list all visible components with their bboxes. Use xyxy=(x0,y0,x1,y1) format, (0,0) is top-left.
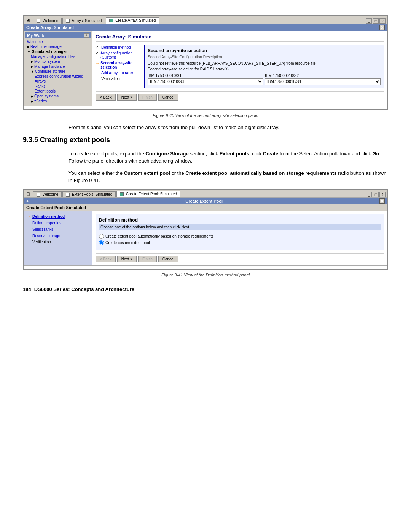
help-button[interactable]: ? xyxy=(379,18,386,24)
body-text-3: You can select either the Custom extent … xyxy=(23,169,388,184)
sidebar41-link-ranks[interactable]: Select ranks xyxy=(32,227,89,232)
arrow-icon-def41: → xyxy=(27,214,32,219)
wizard-layout: ✓ Definition method ✓ Array configuratio… xyxy=(96,45,384,88)
array-select-s1[interactable]: IBM.1750-00010/S3 IBM.1750-00010/S1 IBM.… xyxy=(148,78,263,85)
figure41-frame: 🖥 Welcome Extent Pools: Simulated Create… xyxy=(24,190,387,266)
figure40-tabbar: 🖥 Welcome Arrays: Simulated Create Array… xyxy=(24,16,387,24)
step-link-addarrays[interactable]: Add arrays to ranks xyxy=(101,71,134,75)
check-icon-arrayconfig: ✓ xyxy=(96,51,99,55)
sidebar-configure-storage: ▼ Configure storage xyxy=(27,69,89,74)
back-button-41[interactable]: < Back xyxy=(96,256,116,262)
sidebar-link-express[interactable]: Express configuration wizard xyxy=(35,74,89,79)
radio-options: Create extent pool automatically based o… xyxy=(99,234,381,245)
sidebar-link-realtime[interactable]: Real-time manager xyxy=(30,44,63,49)
tab-arrays-simulated[interactable]: Arrays: Simulated xyxy=(62,18,105,24)
sidebar-zseries: ▶ zSeries xyxy=(27,99,89,104)
inner-titlebar-41: + Create Extent Pool ✕ xyxy=(24,198,387,204)
figure40-caption: Figure 9-40 View of the second array-sit… xyxy=(23,113,388,118)
step-label-secondarray: Second array-site selection xyxy=(100,61,141,69)
array-cell-s2: IBM.1750-00010/S2 IBM.1750-00010/S4 IBM.… xyxy=(265,73,381,85)
tab-icon41-create xyxy=(120,192,124,196)
sidebar-link-extentpools[interactable]: Extent pools xyxy=(35,89,89,94)
finish-button-41[interactable]: Finish xyxy=(138,256,157,262)
arrow-icon-managehw: ▶ xyxy=(31,65,33,69)
sidebar41-link-reserve[interactable]: Reserve storage xyxy=(32,233,89,238)
check-icon-definition: ✓ xyxy=(96,45,100,50)
tab-create-array[interactable]: Create Array: Simulated xyxy=(106,17,159,24)
sidebar-express: Express configuration wizard xyxy=(27,74,89,79)
figure40-main: Create Array: Simulated ✓ Definition met… xyxy=(92,31,387,106)
app-icon: 🖥 xyxy=(25,18,31,24)
figure41-window: 🖥 Welcome Extent Pools: Simulated Create… xyxy=(23,189,388,270)
back-button[interactable]: < Back xyxy=(96,94,116,101)
step-link-arrayconfig[interactable]: Array configuration (Custom) xyxy=(100,51,141,59)
array-grid: IBM.1750-00010/S1 IBM.1750-00010/S3 IBM.… xyxy=(148,73,381,85)
sidebar-link-managehw[interactable]: Manage hardware xyxy=(34,64,65,69)
radio-auto[interactable] xyxy=(99,234,104,239)
figure41-body: → Definition method Define properties Se… xyxy=(24,211,387,265)
figure41-sidebar: → Definition method Define properties Se… xyxy=(24,211,92,265)
sidebar-expand-btn[interactable]: + xyxy=(84,33,89,38)
sidebar41-step-properties: Define properties xyxy=(27,220,89,226)
check-icon-verification xyxy=(96,77,100,81)
page-subtitle: DS6000 Series: Concepts and Architecture xyxy=(34,286,134,292)
array-select-s2[interactable]: IBM.1750-00010/S4 IBM.1750-00010/S1 IBM.… xyxy=(265,78,381,85)
tab41-extentpools[interactable]: Extent Pools: Simulated xyxy=(62,191,116,197)
array-label-s1: IBM.1750-00010/S1 xyxy=(148,73,263,78)
restore-button[interactable]: ◻ xyxy=(373,18,379,24)
tab41-welcome[interactable]: Welcome xyxy=(33,191,62,197)
tab41-create[interactable]: Create Extent Pool: Simulated xyxy=(116,191,180,197)
sidebar-manage-hw: ▶ Manage hardware xyxy=(27,64,89,69)
arrow-icon-secondarray: → xyxy=(96,61,99,65)
page-num-bar: 184 DS6000 Series: Concepts and Architec… xyxy=(23,283,388,295)
step-link-definition[interactable]: Definition method xyxy=(101,45,131,50)
cancel-button[interactable]: Cancel xyxy=(158,94,178,101)
tab-icon-welcome xyxy=(37,19,40,23)
sidebar41-link-properties[interactable]: Define properties xyxy=(32,220,89,225)
finish-button[interactable]: Finish xyxy=(138,94,157,101)
sidebar-link-configure[interactable]: Configure storage xyxy=(35,69,65,74)
check-icon-addarrays xyxy=(96,71,100,75)
close-button-41[interactable]: ✕ xyxy=(379,198,385,204)
wizard-step-definition: ✓ Definition method xyxy=(96,45,141,50)
inner-titlebar: Create Array: Simulated ✕ xyxy=(24,24,387,31)
array-cell-s1: IBM.1750-00010/S1 IBM.1750-00010/S3 IBM.… xyxy=(148,73,263,85)
sidebar-manage-config: Manage configuration files xyxy=(27,54,89,59)
minimize-button[interactable]: _ xyxy=(366,18,372,24)
tab-icon-arrays xyxy=(66,19,70,23)
panel-section-label: Second array-site selection for RAID 51 … xyxy=(148,67,381,71)
body-text-1: From this panel you can select the array… xyxy=(23,124,388,131)
next-button-41[interactable]: Next > xyxy=(117,256,137,262)
tab-icon41-extentpools xyxy=(66,193,70,197)
cancel-button-41[interactable]: Cancel xyxy=(158,256,178,262)
tab-welcome[interactable]: Welcome xyxy=(33,18,62,24)
page-number: 184 xyxy=(23,286,31,292)
sidebar-link-manageconfig[interactable]: Manage configuration files xyxy=(31,54,89,59)
sidebar-item-welcome[interactable]: Welcome xyxy=(27,39,89,44)
arrow-icon-zseries: ▶ xyxy=(31,99,33,103)
arrow-icon-configure: ▼ xyxy=(31,70,34,73)
next-button[interactable]: Next > xyxy=(117,94,137,101)
def-panel-title: Definition method xyxy=(99,217,381,223)
sidebar-link-opensys[interactable]: Open systems xyxy=(34,94,59,99)
wizard41-footer: < Back Next > Finish Cancel xyxy=(96,253,384,262)
sidebar41-step-reserve: Reserve storage xyxy=(27,233,89,239)
sidebar-open-systems: ▶ Open systems xyxy=(27,94,89,99)
wizard-step-verification: Verification xyxy=(96,76,141,81)
wizard-step-secondarray: → Second array-site selection xyxy=(96,60,141,70)
sidebar-link-ranks[interactable]: Ranks xyxy=(35,84,89,89)
arrow-icon-realtime: ▶ xyxy=(27,45,30,49)
sidebar-link-arrays[interactable]: Arrays xyxy=(35,79,89,84)
radio-custom[interactable] xyxy=(99,240,104,245)
restore-button-41[interactable]: ◻ xyxy=(373,192,379,197)
close-button[interactable]: ✕ xyxy=(379,25,385,30)
sidebar-link-monitor[interactable]: Monitor system xyxy=(34,59,60,64)
radio-option-auto: Create extent pool automatically based o… xyxy=(99,234,381,239)
sidebar-link-zseries[interactable]: zSeries xyxy=(34,99,47,104)
minimize-button-41[interactable]: _ xyxy=(366,192,372,197)
help-button-41[interactable]: ? xyxy=(379,192,386,197)
step-label-verification: Verification xyxy=(101,77,120,81)
sidebar-monitor: ▶ Monitor system xyxy=(27,59,89,64)
wizard-step-arrayconfig: ✓ Array configuration (Custom) xyxy=(96,50,141,60)
sidebar41-link-definition[interactable]: Definition method xyxy=(32,214,65,219)
